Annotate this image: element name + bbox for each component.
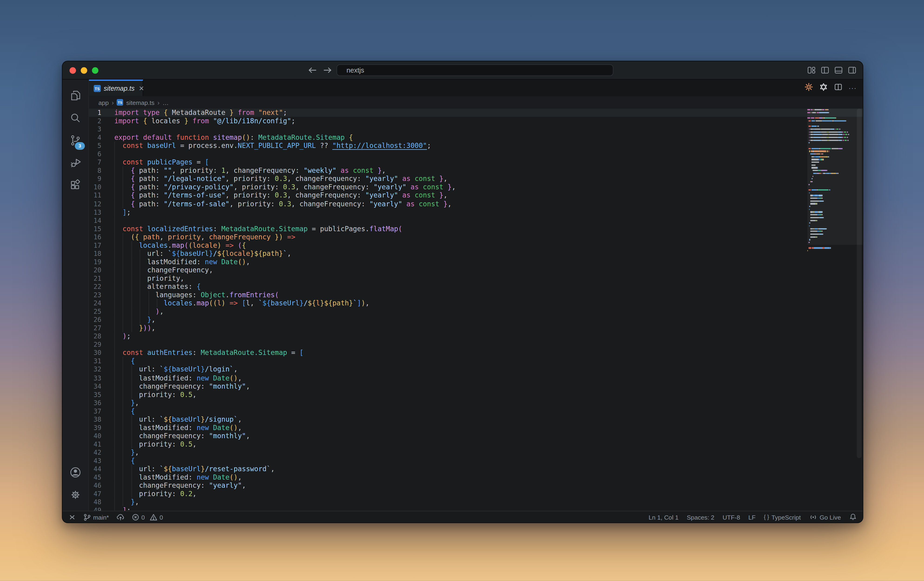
customize-layout-icon[interactable] bbox=[807, 65, 816, 75]
code-line[interactable]: 18 url: `${baseUrl}/${locale}${path}`, bbox=[89, 249, 863, 258]
code-line[interactable]: 14 bbox=[89, 216, 863, 225]
breadcrumb-file[interactable]: sitemap.ts bbox=[126, 99, 154, 106]
breadcrumb-folder[interactable]: app bbox=[98, 99, 109, 106]
run-debug-icon[interactable] bbox=[65, 152, 85, 174]
code-line[interactable]: 1import type { MetadataRoute } from "nex… bbox=[89, 109, 863, 117]
code-line[interactable]: 36 }, bbox=[89, 399, 863, 407]
code-line[interactable]: 46 changeFrequency: "yearly", bbox=[89, 481, 863, 490]
extensions-icon[interactable] bbox=[65, 174, 85, 196]
code-line[interactable]: 45 lastModified: new Date(), bbox=[89, 473, 863, 482]
remote-indicator[interactable] bbox=[68, 513, 76, 520]
more-actions-icon[interactable]: ··· bbox=[848, 84, 857, 91]
toggle-panel-icon[interactable] bbox=[834, 65, 843, 75]
code-line[interactable]: 47 priority: 0.2, bbox=[89, 490, 863, 498]
close-window-button[interactable] bbox=[69, 67, 76, 73]
tab-close-icon[interactable]: ✕ bbox=[139, 84, 144, 92]
language-mode[interactable]: { } TypeScript bbox=[764, 513, 801, 520]
cursor-position[interactable]: Ln 1, Col 1 bbox=[648, 513, 678, 520]
code-line[interactable]: 44 url: `${baseUrl}/reset-password`, bbox=[89, 465, 863, 473]
code-line[interactable]: 10 { path: "/privacy-policy", priority: … bbox=[89, 183, 863, 191]
code-line[interactable]: 3 bbox=[89, 125, 863, 134]
code-line[interactable]: 12 { path: "/terms-of-sale", priority: 0… bbox=[89, 200, 863, 208]
code-line[interactable]: 23 languages: Object.fromEntries( bbox=[89, 291, 863, 299]
code-line[interactable]: 26 }, bbox=[89, 316, 863, 324]
code-line[interactable]: 39 lastModified: new Date(), bbox=[89, 423, 863, 432]
git-branch-status[interactable]: main* bbox=[83, 513, 109, 521]
code-line[interactable]: 4export default function sitemap(): Meta… bbox=[89, 133, 863, 142]
toggle-secondary-sidebar-icon[interactable] bbox=[847, 65, 857, 75]
indent-guide bbox=[114, 423, 115, 432]
code-line[interactable]: 20 changeFrequency, bbox=[89, 266, 863, 274]
notifications-bell-icon[interactable] bbox=[849, 513, 857, 521]
line-number: 7 bbox=[89, 159, 109, 167]
code-line[interactable]: 32 url: `${baseUrl}/login`, bbox=[89, 366, 863, 374]
breadcrumb-symbol[interactable]: … bbox=[162, 99, 169, 106]
forward-icon[interactable] bbox=[323, 67, 332, 74]
indent-guide bbox=[114, 366, 115, 374]
code-line[interactable]: 37 { bbox=[89, 407, 863, 415]
eol-status[interactable]: LF bbox=[748, 513, 756, 520]
code-line[interactable]: 24 locales.map((l) => [l, `${baseUrl}/${… bbox=[89, 299, 863, 308]
openai-icon[interactable] bbox=[819, 82, 828, 93]
code-line[interactable]: 5 const baseUrl = process.env.NEXT_PUBLI… bbox=[89, 142, 863, 150]
code-line[interactable]: 30 const authEntries: MetadataRoute.Site… bbox=[89, 349, 863, 357]
indent-guide bbox=[131, 366, 132, 374]
code-text: changeFrequency: "monthly", bbox=[114, 382, 250, 390]
claude-starburst-icon[interactable] bbox=[804, 82, 813, 93]
code-line[interactable]: 41 priority: 0.5, bbox=[89, 440, 863, 448]
vertical-scrollbar[interactable] bbox=[856, 109, 863, 511]
code-line[interactable]: 13 ]; bbox=[89, 208, 863, 216]
code-line[interactable]: 17 locales.map((locale) => ({ bbox=[89, 241, 863, 249]
code-line[interactable]: 21 priority, bbox=[89, 274, 863, 283]
account-icon[interactable] bbox=[65, 461, 85, 483]
code-line[interactable]: 31 { bbox=[89, 357, 863, 366]
indentation-status[interactable]: Spaces: 2 bbox=[687, 513, 714, 520]
publish-changes-icon[interactable] bbox=[116, 513, 125, 521]
code-line[interactable]: 8 { path: "", priority: 1, changeFrequen… bbox=[89, 167, 863, 175]
code-line[interactable]: 16 ({ path, priority, changeFrequency })… bbox=[89, 233, 863, 241]
code-line[interactable]: 48 }, bbox=[89, 498, 863, 507]
code-line[interactable]: 19 lastModified: new Date(), bbox=[89, 258, 863, 266]
minimize-window-button[interactable] bbox=[81, 67, 87, 73]
toggle-primary-sidebar-icon[interactable] bbox=[820, 65, 830, 75]
explorer-icon[interactable] bbox=[65, 84, 85, 107]
source-control-icon[interactable]: 3 bbox=[65, 129, 85, 151]
tab-sitemap[interactable]: TS sitemap.ts ✕ bbox=[89, 79, 143, 96]
code-line[interactable]: 15 const localizedEntries: MetadataRoute… bbox=[89, 224, 863, 233]
code-line[interactable]: 6 bbox=[89, 150, 863, 158]
code-line[interactable]: 35 priority: 0.5, bbox=[89, 390, 863, 399]
code-line[interactable]: 9 { path: "/legal-notice", priority: 0.3… bbox=[89, 175, 863, 183]
scrollbar-thumb[interactable] bbox=[857, 109, 861, 459]
code-line[interactable]: 40 changeFrequency: "monthly", bbox=[89, 432, 863, 440]
code-line[interactable]: 28 ); bbox=[89, 332, 863, 341]
code-line[interactable]: 34 changeFrequency: "monthly", bbox=[89, 382, 863, 390]
encoding-status[interactable]: UTF-8 bbox=[723, 513, 740, 520]
code-line[interactable]: 2import { locales } from "@/lib/i18n/con… bbox=[89, 117, 863, 125]
code-line[interactable]: 25 ), bbox=[89, 307, 863, 316]
code-line[interactable]: 49 ]; bbox=[89, 506, 863, 511]
indent-guide bbox=[114, 382, 115, 390]
code-line[interactable]: 33 lastModified: new Date(), bbox=[89, 374, 863, 382]
go-live-button[interactable]: Go Live bbox=[809, 513, 841, 520]
split-editor-icon[interactable] bbox=[834, 82, 843, 93]
warning-icon bbox=[149, 513, 157, 520]
code-line[interactable]: 43 { bbox=[89, 457, 863, 465]
code-line[interactable]: 27 })), bbox=[89, 324, 863, 333]
code-editor[interactable]: 1import type { MetadataRoute } from "nex… bbox=[89, 109, 863, 511]
minimap[interactable] bbox=[807, 109, 856, 252]
code-line[interactable]: 22 alternates: { bbox=[89, 283, 863, 291]
indent-guide bbox=[123, 473, 124, 482]
back-icon[interactable] bbox=[308, 67, 317, 74]
code-line[interactable]: 11 { path: "/terms-of-use", priority: 0.… bbox=[89, 191, 863, 200]
command-center-search[interactable]: nextjs bbox=[337, 64, 614, 76]
zoom-window-button[interactable] bbox=[92, 67, 99, 73]
search-icon[interactable] bbox=[65, 107, 85, 129]
line-number: 48 bbox=[89, 498, 109, 507]
code-line[interactable]: 29 bbox=[89, 341, 863, 349]
code-line[interactable]: 38 url: `${baseUrl}/signup`, bbox=[89, 415, 863, 423]
settings-gear-icon[interactable] bbox=[65, 483, 85, 506]
code-line[interactable]: 42 }, bbox=[89, 448, 863, 457]
problems-status[interactable]: 0 0 bbox=[132, 513, 163, 520]
code-line[interactable]: 7 const publicPages = [ bbox=[89, 158, 863, 167]
code-text: url: `${baseUrl}/login`, bbox=[114, 366, 238, 374]
